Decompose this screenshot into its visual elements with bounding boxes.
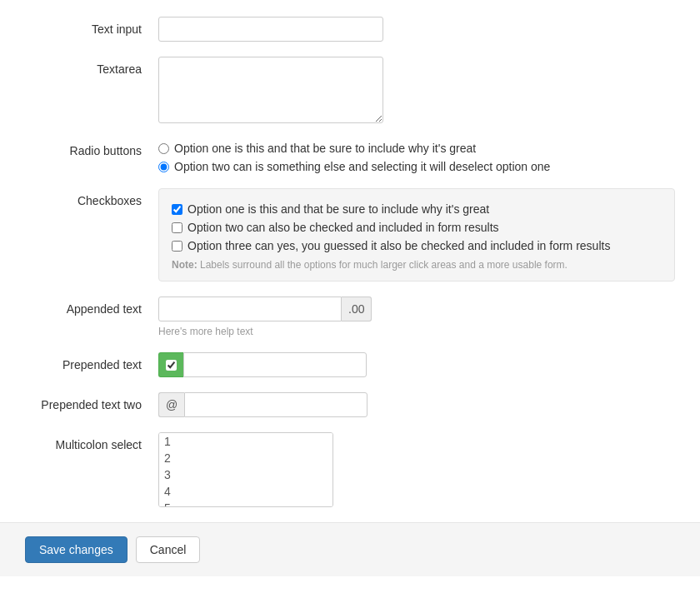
prepended-checkbox[interactable] bbox=[166, 360, 177, 371]
appended-text-input-wrapper: .00 bbox=[158, 297, 372, 321]
checkbox-option-3[interactable]: Option three can yes, you guessed it als… bbox=[172, 239, 662, 252]
checkbox-option-2[interactable]: Option two can also be checked and inclu… bbox=[172, 221, 662, 234]
appended-text-content: .00 Here's more help text bbox=[158, 297, 372, 337]
appended-text-label: Appended text bbox=[25, 297, 158, 318]
radio-input-1[interactable] bbox=[158, 143, 169, 154]
appended-text-addon: .00 bbox=[342, 297, 372, 321]
appended-text-group: Appended text .00 Here's more help text bbox=[25, 297, 675, 337]
checkbox-input-2[interactable] bbox=[172, 222, 182, 233]
checkbox-option-1[interactable]: Option one is this and that be sure to i… bbox=[172, 202, 662, 216]
textarea-input[interactable] bbox=[158, 57, 383, 123]
checkbox-note: Note: Labels surround all the options fo… bbox=[172, 259, 662, 271]
text-input[interactable] bbox=[158, 17, 383, 42]
prepended-text-two-input[interactable] bbox=[184, 392, 368, 417]
multiselect-label: Multicolon select bbox=[25, 432, 158, 454]
multiselect-option-3[interactable]: 3 bbox=[159, 466, 332, 483]
save-button[interactable]: Save changes bbox=[25, 536, 128, 563]
multiselect-option-5[interactable]: 5 bbox=[159, 500, 332, 507]
prepended-checkbox-addon[interactable] bbox=[158, 352, 183, 377]
multiselect-option-1[interactable]: 1 bbox=[159, 433, 332, 450]
prepended-text-two-addon: @ bbox=[158, 392, 184, 417]
multiselect-group: Multicolon select 1 2 3 4 5 bbox=[25, 432, 675, 507]
prepended-text-two-wrapper: @ bbox=[158, 392, 368, 417]
text-input-group: Text input bbox=[25, 17, 675, 42]
checkbox-option-1-label: Option one is this and that be sure to i… bbox=[188, 202, 489, 216]
radio-option-2-label: Option two can is something else and sel… bbox=[174, 160, 550, 173]
radio-option-2[interactable]: Option two can is something else and sel… bbox=[158, 160, 550, 173]
radio-option-1[interactable]: Option one is this and that be sure to i… bbox=[158, 142, 550, 155]
textarea-group: Textarea bbox=[25, 57, 675, 123]
prepended-text-two-group: Prepended text two @ bbox=[25, 392, 675, 417]
checkbox-note-bold: Note: bbox=[172, 259, 198, 271]
textarea-label: Textarea bbox=[25, 57, 158, 78]
multiselect-option-2[interactable]: 2 bbox=[159, 450, 332, 466]
checkbox-options: Option one is this and that be sure to i… bbox=[172, 199, 662, 252]
multiselect-input[interactable]: 1 2 3 4 5 bbox=[158, 432, 333, 507]
form-container: Text input Textarea Radio buttons Option… bbox=[0, 0, 700, 507]
checkbox-option-3-label: Option three can yes, you guessed it als… bbox=[188, 239, 610, 252]
radio-options: Option one is this and that be sure to i… bbox=[158, 138, 550, 173]
text-input-label: Text input bbox=[25, 17, 158, 38]
checkbox-option-2-label: Option two can also be checked and inclu… bbox=[188, 221, 499, 234]
checkboxes-group: Checkboxes Option one is this and that b… bbox=[25, 188, 675, 282]
multiselect-option-4[interactable]: 4 bbox=[159, 483, 332, 500]
checkboxes-label: Checkboxes bbox=[25, 188, 158, 210]
prepended-text-label: Prepended text bbox=[25, 352, 158, 374]
radio-option-1-label: Option one is this and that be sure to i… bbox=[174, 142, 476, 155]
checkboxes-section: Option one is this and that be sure to i… bbox=[158, 188, 675, 282]
radio-label: Radio buttons bbox=[25, 138, 158, 160]
checkbox-note-text: Labels surround all the options for much… bbox=[198, 259, 568, 271]
prepended-text-two-label: Prepended text two bbox=[25, 392, 158, 414]
radio-group: Radio buttons Option one is this and tha… bbox=[25, 138, 675, 173]
prepended-text-group: Prepended text bbox=[25, 352, 675, 377]
prepended-text-input[interactable] bbox=[183, 352, 367, 377]
prepended-text-wrapper bbox=[158, 352, 367, 377]
cancel-button[interactable]: Cancel bbox=[136, 536, 201, 563]
form-actions: Save changes Cancel bbox=[0, 522, 700, 576]
radio-input-2[interactable] bbox=[158, 162, 169, 172]
appended-text-input[interactable] bbox=[158, 297, 342, 321]
checkbox-input-3[interactable] bbox=[172, 241, 182, 252]
checkbox-input-1[interactable] bbox=[172, 204, 182, 215]
appended-text-help: Here's more help text bbox=[158, 326, 372, 337]
